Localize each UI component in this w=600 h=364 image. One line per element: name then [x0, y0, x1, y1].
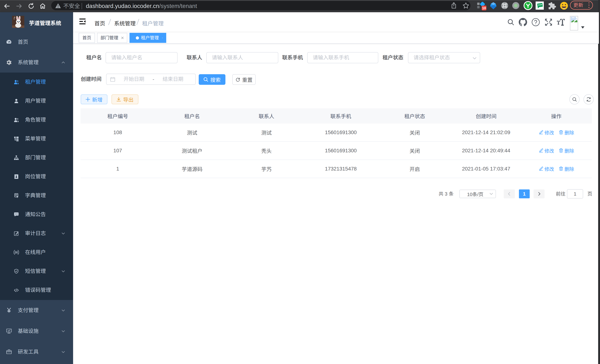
svg-text:10: 10 [482, 6, 486, 10]
